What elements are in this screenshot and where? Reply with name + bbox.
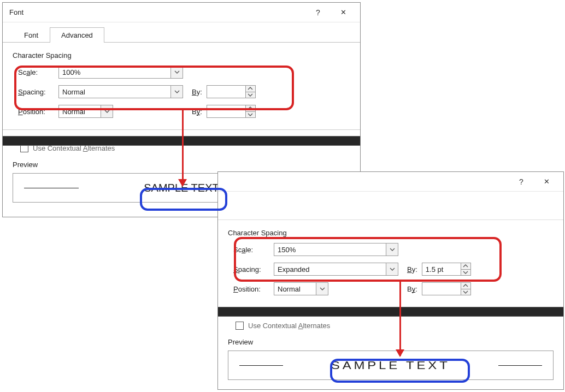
dialog-body: Character Spacing Scale: 100% Spacing: N… (3, 43, 360, 129)
preview-label: Preview (13, 161, 350, 169)
position-by-label: By: (192, 108, 202, 116)
alternates-label: Use Contextual Alternates (248, 322, 330, 330)
position-combo[interactable]: Normal (274, 282, 328, 295)
row-alternates: Use Contextual Alternates (228, 317, 554, 334)
preview-underline-right (498, 365, 542, 366)
chevron-down-icon[interactable] (386, 263, 398, 275)
position-by-input[interactable] (207, 105, 256, 118)
preview-sample-text: SAMPLE TEXT (144, 182, 219, 194)
spinner-icon[interactable] (461, 263, 470, 275)
scale-combo[interactable]: 150% (274, 243, 398, 256)
tab-font[interactable]: Font (13, 27, 50, 43)
dialog-title: Font (9, 8, 305, 16)
group-character-spacing: Character Spacing (13, 51, 350, 60)
spacing-by-label: By: (192, 88, 202, 96)
position-label: Position: (18, 108, 58, 116)
row-position: Position: Normal By: (13, 103, 350, 120)
spacing-by-input[interactable] (207, 85, 256, 98)
row-scale: Scale: 150% (228, 241, 554, 258)
spinner-icon[interactable] (245, 105, 255, 117)
window-gap (218, 307, 563, 317)
scale-combo[interactable]: 100% (58, 66, 183, 79)
chevron-down-icon[interactable] (316, 283, 328, 295)
spacing-by-input[interactable]: 1.5 pt (422, 263, 471, 276)
preview-label: Preview (228, 338, 554, 346)
row-position: Position: Normal By: (228, 281, 554, 297)
help-button[interactable]: ? (509, 173, 534, 191)
position-by-input[interactable] (422, 282, 471, 295)
close-button[interactable]: ✕ (534, 173, 559, 191)
spacing-label: Spacing: (18, 88, 58, 96)
chevron-down-icon[interactable] (170, 66, 183, 78)
spacing-label: Spacing: (233, 265, 274, 274)
window-gap (3, 136, 360, 146)
preview-underline-left (239, 365, 283, 366)
spinner-icon[interactable] (245, 86, 255, 98)
group-character-spacing: Character Spacing (228, 229, 554, 237)
spacing-combo[interactable]: Expanded (274, 263, 398, 276)
position-by-label: By: (407, 285, 417, 293)
titlebar: Font ? ✕ (3, 3, 360, 22)
dialog-body: Character Spacing Scale: 150% Spacing: E… (218, 220, 563, 307)
close-button[interactable]: ✕ (331, 4, 356, 21)
row-spacing: Spacing: Normal By: (13, 84, 350, 100)
help-button[interactable]: ? (305, 4, 331, 21)
scale-label: Scale: (18, 68, 58, 76)
preview-underline-left (24, 188, 79, 188)
spacing-combo[interactable]: Normal (58, 85, 183, 98)
chevron-down-icon[interactable] (101, 105, 113, 117)
dialog-body-lower: Use Contextual Alternates Preview SAMPLE… (218, 307, 563, 387)
spacing-by-label: By: (407, 265, 417, 274)
preview-sample-text: SAMPLE TEXT (331, 359, 450, 372)
preview-box: SAMPLE TEXT (228, 351, 554, 380)
chevron-down-icon[interactable] (386, 243, 398, 256)
position-label: Position: (233, 285, 274, 293)
titlebar: ? ✕ (218, 172, 563, 192)
spinner-icon[interactable] (461, 283, 470, 295)
row-scale: Scale: 100% (13, 64, 350, 80)
scale-label: Scale: (233, 246, 274, 254)
row-spacing: Spacing: Expanded By: 1.5 pt (228, 261, 554, 277)
alternates-checkbox[interactable] (236, 322, 244, 330)
font-dialog-2: ? ✕ Character Spacing Scale: 150% Spacin… (217, 171, 564, 390)
tabstrip: Font Advanced (3, 22, 360, 43)
tab-advanced[interactable]: Advanced (50, 27, 104, 43)
chevron-down-icon[interactable] (170, 86, 183, 98)
position-combo[interactable]: Normal (58, 105, 113, 118)
